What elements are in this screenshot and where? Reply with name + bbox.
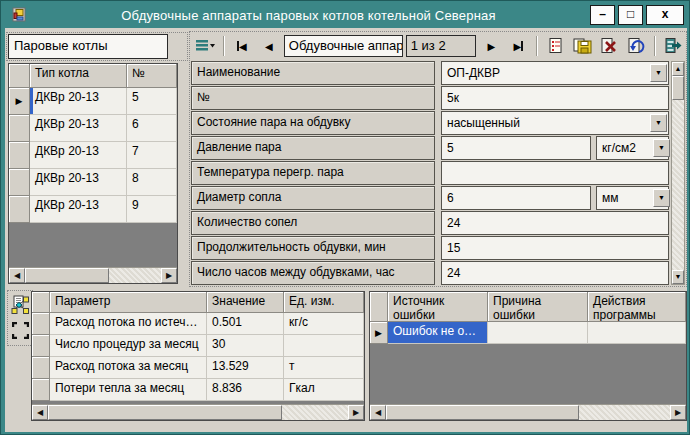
row-selector[interactable] <box>9 196 30 223</box>
errors-col-action[interactable]: Действия программы <box>588 292 686 322</box>
cell-boiler-type[interactable]: ДКВр 20-13 <box>30 88 127 115</box>
scroll-right-icon[interactable]: ▶ <box>670 405 686 420</box>
scroll-left-icon[interactable]: ◀ <box>370 405 386 420</box>
prev-record-button[interactable]: ◀ <box>257 35 281 57</box>
chevron-down-icon[interactable]: ▼ <box>653 139 670 157</box>
row-selector[interactable] <box>9 142 30 169</box>
row-selector[interactable] <box>32 313 50 335</box>
steam-state-combobox[interactable]: насыщенный ▼ <box>441 111 669 135</box>
fields-vscrollbar[interactable]: ▲ ▼ <box>671 61 685 285</box>
table-row[interactable]: Расход потока по истечению 0.501 кг/с <box>32 313 364 335</box>
row-selector[interactable] <box>32 335 50 357</box>
nozzle-count-input[interactable]: 24 <box>441 211 669 235</box>
table-row[interactable]: ДКВр 20-13 9 <box>9 196 177 223</box>
hours-between-blows-input[interactable]: 24 <box>441 261 669 285</box>
cell-param[interactable]: Расход потока по истечению <box>50 313 207 335</box>
chevron-down-icon[interactable]: ▼ <box>650 114 667 132</box>
cell-unit[interactable]: т <box>284 357 364 379</box>
cell-boiler-type[interactable]: ДКВр 20-13 <box>30 169 127 196</box>
maximize-button[interactable]: □ <box>618 5 643 25</box>
cell-value[interactable]: 13.529 <box>207 357 284 379</box>
next-record-button[interactable]: ▶ <box>479 35 503 57</box>
cell-value[interactable]: 0.501 <box>207 313 284 335</box>
name-combobox[interactable]: ОП-ДКВР ▼ <box>441 61 669 85</box>
cell-boiler-num[interactable]: 5 <box>127 88 177 115</box>
cell-unit[interactable]: кг/с <box>284 313 364 335</box>
params-col-param[interactable]: Параметр <box>50 292 207 313</box>
table-row[interactable]: Расход потока за месяц 13.529 т <box>32 357 364 379</box>
cell-boiler-num[interactable]: 8 <box>127 169 177 196</box>
row-selector-arrow-icon[interactable]: ▶ <box>9 88 30 115</box>
minimize-button[interactable]: – <box>590 5 615 25</box>
scroll-right-icon[interactable]: ▶ <box>161 268 177 283</box>
cell-value[interactable]: 30 <box>207 335 284 357</box>
cell-boiler-type[interactable]: ДКВр 20-13 <box>30 196 127 223</box>
boilers-grid-hscrollbar[interactable]: ◀ ▶ <box>9 267 177 283</box>
fullscreen-button[interactable] <box>10 319 31 341</box>
table-row[interactable]: ▶ ДКВр 20-13 5 <box>9 88 177 115</box>
chevron-down-icon[interactable]: ▼ <box>653 189 670 207</box>
row-selector[interactable] <box>9 115 30 142</box>
record-source-input[interactable]: Обдувочные аппараты <box>284 35 403 57</box>
cell-value[interactable]: 8.836 <box>207 379 284 401</box>
record-position-input[interactable]: 1 из 2 <box>406 35 477 57</box>
params-grid-hscrollbar[interactable]: ◀ ▶ <box>32 404 364 420</box>
cell-param[interactable]: Потери тепла за месяц <box>50 379 207 401</box>
cell-error-source[interactable]: Ошибок не обна... <box>388 322 488 344</box>
boiler-selector-input[interactable]: Паровые котлы <box>8 34 168 59</box>
first-record-button[interactable]: ◀ <box>230 35 254 57</box>
table-row[interactable]: Потери тепла за месяц 8.836 Гкал <box>32 379 364 401</box>
scroll-up-icon[interactable]: ▲ <box>672 62 684 76</box>
table-row[interactable]: Число процедур за месяц 30 <box>32 335 364 357</box>
scroll-track[interactable] <box>386 405 670 420</box>
scroll-right-icon[interactable]: ▶ <box>348 405 364 420</box>
scroll-left-icon[interactable]: ◀ <box>32 405 48 420</box>
cell-boiler-type[interactable]: ДКВр 20-13 <box>30 142 127 169</box>
cell-boiler-num[interactable]: 6 <box>127 115 177 142</box>
add-record-icon[interactable] <box>543 35 567 57</box>
cell-param[interactable]: Число процедур за месяц <box>50 335 207 357</box>
boilers-col-num[interactable]: № <box>127 64 177 88</box>
scroll-thumb[interactable] <box>672 76 684 100</box>
last-record-button[interactable]: ▶ <box>506 35 530 57</box>
scroll-track[interactable] <box>48 405 348 420</box>
cell-boiler-type[interactable]: ДКВр 20-13 <box>30 115 127 142</box>
save-record-icon[interactable] <box>570 35 594 57</box>
close-form-icon[interactable] <box>661 35 685 57</box>
pressure-unit-combobox[interactable]: кг/см2 ▼ <box>596 136 669 160</box>
scheme-button[interactable] <box>10 294 31 316</box>
superheat-temp-input[interactable] <box>441 161 669 185</box>
cell-unit[interactable] <box>284 335 364 357</box>
params-col-value[interactable]: Значение <box>207 292 284 313</box>
row-selector-arrow-icon[interactable]: ▶ <box>370 322 388 344</box>
scroll-down-icon[interactable]: ▼ <box>672 270 684 284</box>
cell-error-action[interactable] <box>588 322 686 344</box>
cell-error-reason[interactable] <box>488 322 588 344</box>
blow-duration-input[interactable]: 15 <box>441 236 669 260</box>
scroll-left-icon[interactable]: ◀ <box>9 268 25 283</box>
boilers-col-type[interactable]: Тип котла <box>30 64 127 88</box>
delete-record-icon[interactable] <box>597 35 621 57</box>
steam-pressure-input[interactable]: 5 <box>441 136 591 160</box>
cell-param[interactable]: Расход потока за месяц <box>50 357 207 379</box>
cell-boiler-num[interactable]: 9 <box>127 196 177 223</box>
chevron-down-icon[interactable]: ▼ <box>650 64 667 82</box>
close-button[interactable]: x <box>646 5 684 25</box>
undo-record-icon[interactable] <box>624 35 648 57</box>
properties-menu-button[interactable] <box>193 35 217 57</box>
table-row[interactable]: ДКВр 20-13 8 <box>9 169 177 196</box>
table-row[interactable]: ДКВр 20-13 7 <box>9 142 177 169</box>
scroll-track[interactable] <box>25 268 161 283</box>
table-row[interactable]: ▶ Ошибок не обна... <box>370 322 686 344</box>
row-selector[interactable] <box>9 169 30 196</box>
errors-col-source[interactable]: Источник ошибки <box>388 292 488 322</box>
number-input[interactable]: 5к <box>441 86 669 110</box>
errors-col-reason[interactable]: Причина ошибки <box>488 292 588 322</box>
nozzle-diameter-input[interactable]: 6 <box>441 186 591 210</box>
diameter-unit-combobox[interactable]: мм ▼ <box>596 186 669 210</box>
row-selector[interactable] <box>32 379 50 401</box>
table-row[interactable]: ДКВр 20-13 6 <box>9 115 177 142</box>
row-selector[interactable] <box>32 357 50 379</box>
errors-grid-hscrollbar[interactable]: ◀ ▶ <box>370 404 686 420</box>
params-col-unit[interactable]: Ед. изм. <box>284 292 364 313</box>
